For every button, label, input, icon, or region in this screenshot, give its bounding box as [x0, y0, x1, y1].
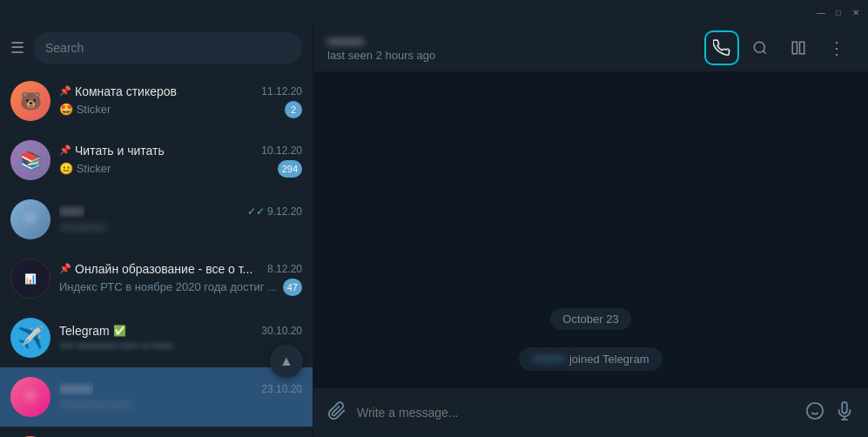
list-item[interactable]: ?? •••••••• 23.10.20 •••••••••••• ••••••: [0, 367, 313, 427]
chat-top: 📌 Комната стикеров 11.12.20: [59, 84, 302, 98]
chat-content: 📌 Комната стикеров 11.12.20 🤩 Sticker 2: [59, 84, 302, 118]
chat-time: 30.10.20: [261, 325, 302, 337]
list-item[interactable]: 🐻 📌 Комната стикеров 11.12.20 🤩 Sticker: [0, 71, 313, 131]
svg-line-1: [763, 50, 765, 53]
search-header-button[interactable]: [743, 30, 777, 65]
message-input[interactable]: [357, 406, 795, 420]
attach-button[interactable]: [327, 401, 347, 425]
chat-header-status: last seen 2 hours ago: [327, 49, 694, 62]
svg-rect-3: [800, 42, 804, 54]
svg-rect-2: [792, 42, 797, 54]
svg-point-4: [807, 402, 823, 418]
chat-bottom: •••• ••••••••••• ••••• •• ••••••: [59, 340, 302, 353]
svg-point-0: [754, 42, 764, 52]
chat-content: 📌 Читать и читать 10.12.20 😐 Sticker 294: [59, 144, 302, 178]
columns-button[interactable]: [781, 30, 816, 65]
chat-name: ••••••••: [59, 382, 93, 396]
chat-preview: Индекс РТС в ноябре 2020 года достиг ...: [59, 280, 283, 293]
chat-time: 10.12.20: [261, 145, 302, 157]
minimize-button[interactable]: —: [816, 7, 826, 17]
chat-time: 11.12.20: [261, 85, 302, 97]
chat-name: 📌 Комната стикеров: [59, 84, 177, 98]
search-input[interactable]: [45, 41, 290, 55]
pin-icon: 📌: [59, 145, 71, 156]
call-button[interactable]: [704, 30, 739, 65]
chat-top: •••••• ✓✓ 9.12.20: [59, 205, 302, 218]
chat-preview: •••••••••••• ••••••: [59, 399, 302, 412]
avatar: ??: [10, 199, 50, 239]
chat-header: •••••••• last seen 2 hours ago: [313, 24, 868, 71]
avatar: 📊: [10, 259, 50, 299]
avatar: ??: [10, 377, 50, 417]
chat-name: Telegram ✅: [59, 324, 126, 338]
chat-content: 📌 Онлайн образование - все о т... 8.12.2…: [59, 262, 302, 296]
mic-button[interactable]: [835, 401, 854, 425]
chat-top: 📌 Читать и читать 10.12.20: [59, 144, 302, 158]
service-message: •••••••• joined Telegram: [331, 347, 851, 371]
chat-name: 📌 Онлайн образование - все о т...: [59, 262, 252, 276]
chat-content: •••••••• 23.10.20 •••••••••••• ••••••: [59, 382, 302, 412]
chat-top: •••••••• 23.10.20: [59, 382, 302, 396]
unread-badge: 2: [285, 101, 302, 118]
input-area: [313, 388, 868, 437]
chat-bottom: 🤩 Sticker 2: [59, 101, 302, 118]
header-actions: ⋮: [704, 30, 854, 65]
chat-header-info: •••••••• last seen 2 hours ago: [327, 34, 694, 62]
unread-badge: 294: [278, 160, 302, 178]
service-message-content: •••••••• joined Telegram: [519, 347, 663, 371]
avatar: 🐻: [10, 81, 50, 121]
scroll-to-bottom-button[interactable]: ▲: [270, 345, 303, 378]
check-icon: ✓✓: [247, 205, 265, 218]
chat-area: •••••••• last seen 2 hours ago: [313, 24, 868, 437]
chat-preview: 😐 Sticker: [59, 162, 278, 175]
chat-time: 8.12.20: [267, 263, 302, 275]
avatar: 📚: [10, 140, 50, 180]
search-input-wrap[interactable]: [33, 32, 302, 64]
pin-icon: 📌: [59, 85, 71, 97]
chat-header-name: ••••••••: [327, 34, 694, 49]
chat-list: 🐻 📌 Комната стикеров 11.12.20 🤩 Sticker: [0, 71, 313, 437]
list-item[interactable]: 📚 📌 Читать и читать 10.12.20 😐 Sticker: [0, 131, 313, 190]
chat-content: Telegram ✅ 30.10.20 •••• ••••••••••• •••…: [59, 324, 302, 353]
service-message-text: joined Telegram: [569, 353, 649, 366]
title-bar: — □ ✕: [0, 0, 868, 24]
date-divider: October 23: [331, 308, 851, 330]
date-label: October 23: [550, 308, 630, 330]
service-message-sender: ••••••••: [533, 353, 564, 366]
more-button[interactable]: ⋮: [819, 30, 854, 65]
unread-badge: 47: [283, 279, 302, 296]
emoji-button[interactable]: [805, 401, 824, 425]
main-layout: ☰ 🐻 📌 Комната стикеров 11.12.20: [0, 24, 868, 437]
pin-icon: 📌: [59, 263, 71, 274]
search-bar: ☰: [0, 24, 313, 71]
list-item[interactable]: ✈️ Telegram ✅ 30.10.20 •••• ••••••••••• …: [0, 308, 313, 367]
chat-top: 📌 Онлайн образование - все о т... 8.12.2…: [59, 262, 302, 276]
verified-icon: ✅: [113, 325, 126, 337]
list-item[interactable]: 📊 📌 Онлайн образование - все о т... 8.12…: [0, 249, 313, 308]
list-item[interactable]: ?? •••••• ✓✓ 9.12.20 ••••••••••••: [0, 190, 313, 249]
chat-preview: •••• ••••••••••• ••••• •• ••••••: [59, 340, 302, 353]
menu-button[interactable]: ☰: [10, 38, 24, 57]
chat-bottom: ••••••••••••: [59, 221, 302, 234]
chat-time: ✓✓ 9.12.20: [247, 205, 302, 218]
messages-area: October 23 •••••••• joined Telegram: [313, 71, 868, 388]
maximize-button[interactable]: □: [833, 7, 844, 17]
chat-bottom: •••••••••••• ••••••: [59, 399, 302, 412]
chat-bottom: 😐 Sticker 294: [59, 160, 302, 178]
chat-time: 23.10.20: [261, 383, 302, 395]
sidebar: ☰ 🐻 📌 Комната стикеров 11.12.20: [0, 24, 313, 437]
chat-top: Telegram ✅ 30.10.20: [59, 324, 302, 338]
chat-preview: ••••••••••••: [59, 221, 302, 234]
chat-name: ••••••: [59, 205, 84, 218]
chat-content: •••••• ✓✓ 9.12.20 ••••••••••••: [59, 205, 302, 234]
chat-bottom: Индекс РТС в ноябре 2020 года достиг ...…: [59, 279, 302, 296]
chat-preview: 🤩 Sticker: [59, 103, 285, 116]
close-button[interactable]: ✕: [851, 7, 861, 17]
avatar: ✈️: [10, 318, 50, 358]
chat-name: 📌 Читать и читать: [59, 144, 165, 158]
list-item[interactable]: ?? ••••••••••••• ✓✓ 21.09.20 •••••••: [0, 427, 313, 437]
